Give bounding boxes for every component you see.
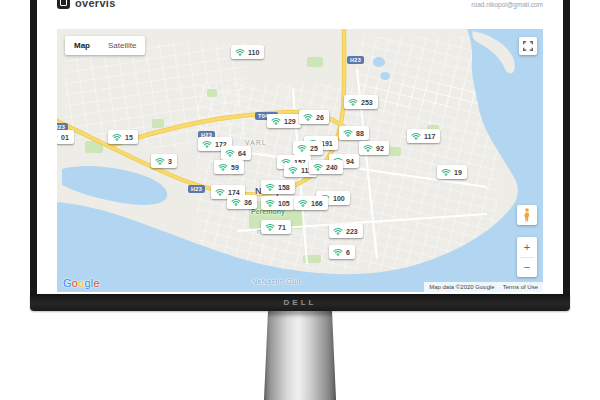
road-shield: H23 bbox=[188, 185, 205, 193]
marker-count: 59 bbox=[231, 164, 239, 171]
map-attribution: Map data ©2020 Google Terms of Use bbox=[424, 282, 543, 292]
marker-count: 88 bbox=[356, 130, 364, 137]
marker-count: 71 bbox=[278, 224, 286, 231]
marker-count: 15 bbox=[125, 134, 133, 141]
wifi-icon bbox=[235, 48, 245, 56]
marker-count: 19 bbox=[454, 169, 462, 176]
road-shield: H23 bbox=[347, 56, 364, 64]
monitor-stand bbox=[264, 311, 336, 400]
overvis-logo-icon bbox=[57, 0, 70, 9]
google-logo-letter: e bbox=[93, 277, 99, 289]
account-email[interactable]: road.nikopol@gmail.com bbox=[471, 1, 543, 8]
map-type-satellite-button[interactable]: Satellite bbox=[99, 36, 145, 55]
wifi-icon bbox=[333, 248, 343, 256]
browser-page: overvis road.nikopol@gmail.com bbox=[37, 0, 563, 294]
wifi-icon bbox=[215, 188, 225, 196]
wifi-icon bbox=[298, 199, 308, 207]
wifi-marker[interactable]: 3 bbox=[151, 154, 177, 168]
dell-logo: DELL bbox=[284, 298, 317, 307]
fullscreen-button[interactable] bbox=[519, 37, 537, 55]
wifi-marker[interactable]: 240 bbox=[309, 160, 343, 174]
marker-count: 253 bbox=[361, 99, 373, 106]
wifi-icon bbox=[411, 132, 421, 140]
wifi-icon bbox=[218, 163, 228, 171]
wifi-marker[interactable]: 26 bbox=[299, 110, 329, 124]
wifi-marker[interactable]: 223 bbox=[329, 224, 363, 238]
map-type-control: Map Satellite bbox=[65, 36, 145, 55]
wifi-icon bbox=[265, 199, 275, 207]
wifi-marker[interactable]: 88 bbox=[339, 126, 369, 140]
wifi-marker[interactable]: 25 bbox=[293, 141, 323, 155]
marker-count: 94 bbox=[346, 158, 354, 165]
wifi-icon bbox=[348, 98, 358, 106]
wifi-marker[interactable]: 166 bbox=[294, 196, 328, 210]
zoom-out-button[interactable]: − bbox=[517, 258, 537, 278]
wifi-marker[interactable]: 19 bbox=[437, 165, 467, 179]
marker-count: 100 bbox=[333, 195, 345, 202]
wifi-icon bbox=[225, 149, 235, 157]
marker-count: 166 bbox=[311, 200, 323, 207]
terms-of-use-link[interactable]: Terms of Use bbox=[503, 284, 538, 290]
wifi-marker[interactable]: 64 bbox=[221, 146, 251, 160]
zoom-in-button[interactable]: + bbox=[517, 237, 537, 257]
overvis-logo-text: overvis bbox=[75, 0, 116, 9]
wifi-icon bbox=[155, 157, 165, 165]
wifi-marker[interactable]: 105 bbox=[261, 196, 295, 210]
wifi-icon bbox=[57, 133, 58, 141]
wifi-icon bbox=[363, 144, 373, 152]
marker-count: 158 bbox=[278, 184, 290, 191]
pond bbox=[373, 57, 385, 67]
marker-count: 3 bbox=[168, 158, 172, 165]
wifi-marker[interactable]: 6 bbox=[329, 245, 355, 259]
wifi-icon bbox=[271, 117, 281, 125]
wifi-marker[interactable]: 253 bbox=[344, 95, 378, 109]
wifi-icon bbox=[313, 163, 323, 171]
wifi-icon bbox=[288, 166, 298, 174]
marker-count: 36 bbox=[244, 199, 252, 206]
wifi-marker[interactable]: 15 bbox=[108, 130, 138, 144]
marker-count: 25 bbox=[310, 145, 318, 152]
wifi-marker[interactable]: 92 bbox=[359, 141, 389, 155]
marker-count: 110 bbox=[248, 49, 259, 56]
pegman-icon bbox=[523, 208, 531, 222]
wifi-icon bbox=[297, 144, 307, 152]
wifi-marker[interactable]: 129 bbox=[267, 114, 301, 128]
wifi-marker[interactable]: 110 bbox=[231, 45, 264, 59]
fullscreen-icon bbox=[523, 41, 533, 51]
wifi-marker[interactable]: 117 bbox=[407, 129, 440, 143]
monitor: overvis road.nikopol@gmail.com bbox=[0, 0, 600, 400]
wifi-marker[interactable]: 01 bbox=[57, 130, 74, 144]
wifi-icon bbox=[333, 227, 343, 235]
map-type-map-button[interactable]: Map bbox=[65, 36, 99, 55]
marker-count: 92 bbox=[376, 145, 384, 152]
google-logo-letter: G bbox=[63, 277, 72, 289]
street-view-pegman-button[interactable] bbox=[517, 205, 537, 225]
monitor-bezel-right bbox=[563, 0, 570, 295]
zoom-control: + − bbox=[517, 237, 537, 277]
marker-count: 64 bbox=[238, 150, 246, 157]
wifi-icon bbox=[112, 133, 122, 141]
wifi-marker[interactable]: 59 bbox=[214, 160, 244, 174]
marker-count: 26 bbox=[316, 114, 324, 121]
google-map[interactable]: VARL Nikopol' Peremohy Перемоги NeNastin… bbox=[57, 29, 543, 292]
wifi-icon bbox=[441, 168, 451, 176]
marker-count: 105 bbox=[278, 200, 290, 207]
marker-count: 117 bbox=[424, 133, 435, 140]
wifi-marker[interactable]: 71 bbox=[261, 220, 291, 234]
monitor-bezel-bottom: DELL bbox=[30, 294, 570, 311]
pond bbox=[380, 72, 390, 80]
marker-count: 6 bbox=[346, 249, 350, 256]
marker-count: 240 bbox=[326, 164, 338, 171]
wifi-icon bbox=[265, 223, 275, 231]
marker-count: 223 bbox=[346, 228, 358, 235]
wifi-marker[interactable]: 158 bbox=[261, 180, 295, 194]
google-logo[interactable]: Google bbox=[63, 277, 100, 289]
wifi-icon bbox=[343, 129, 353, 137]
wifi-marker[interactable]: 36 bbox=[227, 195, 257, 209]
overvis-logo[interactable]: overvis bbox=[57, 0, 116, 9]
marker-count: 01 bbox=[61, 134, 69, 141]
wifi-icon bbox=[202, 140, 212, 148]
map-data-text: Map data ©2020 Google bbox=[429, 284, 494, 290]
wifi-icon bbox=[231, 198, 241, 206]
wifi-icon bbox=[303, 113, 313, 121]
